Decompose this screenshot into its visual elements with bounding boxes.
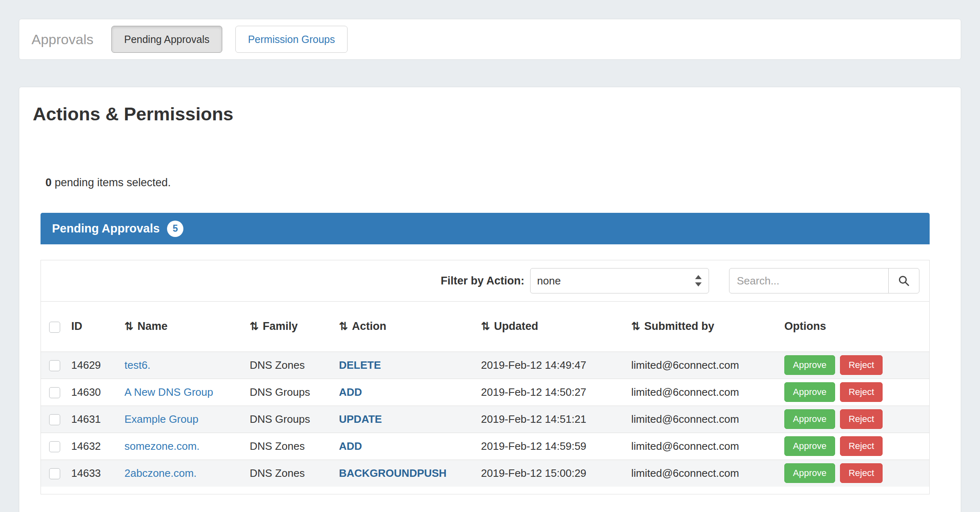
- row-name-link[interactable]: test6.: [124, 359, 151, 371]
- sort-icon[interactable]: ⇅: [631, 320, 640, 332]
- row-checkbox[interactable]: [49, 468, 60, 479]
- table-row: 14630A New DNS GroupDNS GroupsADD2019-Fe…: [41, 379, 929, 406]
- pending-approvals-table: ID ⇅Name ⇅Family ⇅Action ⇅Updated: [41, 302, 929, 487]
- row-updated: 2019-Feb-12 14:49:47: [476, 352, 626, 379]
- row-updated: 2019-Feb-12 14:59:59: [476, 433, 626, 460]
- row-family: DNS Zones: [245, 352, 334, 379]
- selected-text: pending items selected.: [55, 176, 171, 189]
- row-submitted-by: limited@6connect.com: [626, 379, 779, 406]
- row-family: DNS Groups: [245, 379, 334, 406]
- approve-button[interactable]: Approve: [784, 355, 835, 375]
- column-header-options: Options: [779, 302, 929, 352]
- row-checkbox[interactable]: [49, 441, 60, 452]
- row-name-link[interactable]: A New DNS Group: [124, 386, 213, 398]
- row-checkbox[interactable]: [49, 360, 60, 371]
- pending-approvals-panel-header: Pending Approvals 5: [41, 213, 930, 244]
- approve-button[interactable]: Approve: [784, 382, 835, 402]
- row-family: DNS Zones: [245, 433, 334, 460]
- panel-header-title: Pending Approvals: [52, 222, 160, 235]
- reject-button[interactable]: Reject: [840, 409, 883, 429]
- search-icon: [898, 275, 910, 287]
- column-header-name[interactable]: ⇅Name: [120, 302, 245, 352]
- row-updated: 2019-Feb-12 14:51:21: [476, 406, 626, 433]
- row-id: 14632: [66, 433, 120, 460]
- row-options: ApproveReject: [779, 406, 929, 433]
- table-row: 146332abczone.com.DNS ZonesBACKGROUNDPUS…: [41, 460, 929, 487]
- approve-button[interactable]: Approve: [784, 463, 835, 483]
- approvals-table-body: 14629test6.DNS ZonesDELETE2019-Feb-12 14…: [41, 352, 929, 487]
- row-action-link[interactable]: DELETE: [339, 359, 381, 371]
- tab-pending-approvals[interactable]: Pending Approvals: [111, 26, 222, 53]
- row-options: ApproveReject: [779, 352, 929, 379]
- row-action-link[interactable]: UPDATE: [339, 413, 382, 425]
- row-checkbox[interactable]: [49, 414, 60, 425]
- filter-by-action-label: Filter by Action:: [440, 275, 524, 287]
- row-family: DNS Zones: [245, 460, 334, 487]
- row-name-link[interactable]: Example Group: [124, 413, 199, 425]
- sort-icon[interactable]: ⇅: [339, 320, 348, 332]
- row-updated: 2019-Feb-12 15:00:29: [476, 460, 626, 487]
- row-id: 14630: [66, 379, 120, 406]
- reject-button[interactable]: Reject: [840, 382, 883, 402]
- approvals-table-container: Filter by Action: none: [41, 260, 930, 494]
- reject-button[interactable]: Reject: [840, 463, 883, 483]
- row-action-link[interactable]: ADD: [339, 440, 362, 452]
- sort-icon[interactable]: ⇅: [481, 320, 490, 332]
- page-title: Approvals: [32, 32, 93, 47]
- column-header-submitted-by[interactable]: ⇅Submitted by: [626, 302, 779, 352]
- row-submitted-by: limited@6connect.com: [626, 433, 779, 460]
- row-action-link[interactable]: BACKGROUNDPUSH: [339, 467, 447, 479]
- sort-icon[interactable]: ⇅: [124, 320, 133, 332]
- search-button[interactable]: [888, 268, 919, 293]
- search-input[interactable]: [729, 268, 889, 293]
- reject-button[interactable]: Reject: [840, 436, 883, 456]
- column-header-id[interactable]: ID: [66, 302, 120, 352]
- select-all-checkbox[interactable]: [49, 322, 60, 333]
- row-options: ApproveReject: [779, 433, 929, 460]
- table-header-row: ID ⇅Name ⇅Family ⇅Action ⇅Updated: [41, 302, 929, 352]
- row-name-link[interactable]: somezone.com.: [124, 440, 200, 452]
- top-navigation-bar: Approvals Pending Approvals Permission G…: [19, 19, 961, 60]
- column-header-family[interactable]: ⇅Family: [245, 302, 334, 352]
- row-id: 14629: [66, 352, 120, 379]
- row-name-link[interactable]: 2abczone.com.: [124, 467, 196, 479]
- reject-button[interactable]: Reject: [840, 355, 883, 375]
- row-action-link[interactable]: ADD: [339, 386, 362, 398]
- row-family: DNS Groups: [245, 406, 334, 433]
- tab-permission-groups[interactable]: Permission Groups: [235, 26, 348, 53]
- sort-icon[interactable]: ⇅: [250, 320, 259, 332]
- approve-button[interactable]: Approve: [784, 409, 835, 429]
- row-checkbox[interactable]: [49, 387, 60, 398]
- column-header-action[interactable]: ⇅Action: [334, 302, 476, 352]
- count-badge: 5: [167, 221, 183, 237]
- row-submitted-by: limited@6connect.com: [626, 352, 779, 379]
- table-row: 14631Example GroupDNS GroupsUPDATE2019-F…: [41, 406, 929, 433]
- selected-count: 0: [45, 176, 52, 189]
- row-id: 14633: [66, 460, 120, 487]
- filter-toolbar: Filter by Action: none: [41, 260, 929, 302]
- actions-permissions-panel: Actions & Permissions 0 pending items se…: [19, 87, 961, 512]
- search-group: [729, 268, 919, 293]
- row-options: ApproveReject: [779, 460, 929, 487]
- row-submitted-by: limited@6connect.com: [626, 460, 779, 487]
- action-filter-select-wrap: none: [530, 268, 709, 293]
- action-filter-select[interactable]: none: [530, 268, 709, 293]
- selection-status: 0 pending items selected.: [45, 176, 961, 189]
- table-row: 14632somezone.com.DNS ZonesADD2019-Feb-1…: [41, 433, 929, 460]
- column-header-updated[interactable]: ⇅Updated: [476, 302, 626, 352]
- section-title: Actions & Permissions: [33, 104, 961, 125]
- table-row: 14629test6.DNS ZonesDELETE2019-Feb-12 14…: [41, 352, 929, 379]
- row-id: 14631: [66, 406, 120, 433]
- row-updated: 2019-Feb-12 14:50:27: [476, 379, 626, 406]
- row-submitted-by: limited@6connect.com: [626, 406, 779, 433]
- row-options: ApproveReject: [779, 379, 929, 406]
- approve-button[interactable]: Approve: [784, 436, 835, 456]
